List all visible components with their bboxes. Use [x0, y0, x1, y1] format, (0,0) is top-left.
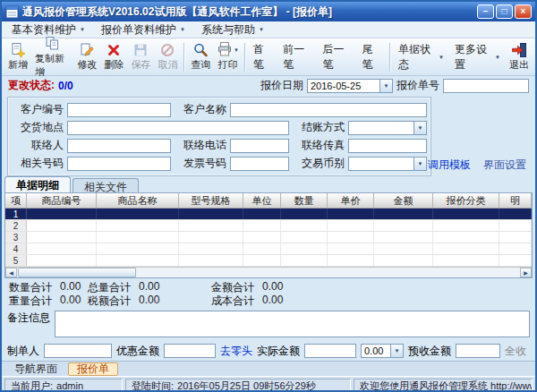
col-header-spec[interactable]: 型号规格	[179, 193, 243, 208]
row-number[interactable]: 1	[5, 209, 27, 219]
col-header-product-no[interactable]: 商品编号	[27, 193, 97, 208]
table-cell[interactable]	[328, 209, 374, 219]
table-row[interactable]: 3	[5, 232, 532, 243]
scroll-left-icon[interactable]: ◀	[5, 268, 17, 277]
table-cell[interactable]	[328, 255, 374, 266]
col-header-product-name[interactable]: 商品名称	[97, 193, 179, 208]
table-cell[interactable]	[433, 220, 499, 231]
row-number[interactable]: 2	[5, 220, 27, 231]
table-cell[interactable]	[179, 220, 243, 231]
table-cell[interactable]	[433, 209, 499, 219]
next-record-button[interactable]: 后一笔	[317, 40, 356, 74]
quote-date-input[interactable]	[307, 79, 379, 93]
chevron-down-icon[interactable]: ▼	[413, 121, 427, 135]
table-row[interactable]: 1	[5, 209, 532, 220]
table-cell[interactable]	[97, 209, 179, 219]
received-amount-input[interactable]	[456, 344, 500, 358]
more-settings-button[interactable]: 更多设置 ▼	[449, 40, 506, 74]
chevron-down-icon[interactable]: ▼	[413, 157, 427, 171]
table-cell[interactable]	[243, 209, 281, 219]
table-cell[interactable]	[243, 243, 281, 254]
table-cell[interactable]	[179, 209, 243, 219]
table-cell[interactable]	[374, 243, 433, 254]
close-button[interactable]: ×	[515, 4, 532, 19]
actual-combo-input[interactable]	[361, 344, 390, 358]
tab-files[interactable]: 相关文件	[72, 178, 139, 192]
settle-method-select[interactable]: ▼	[348, 121, 427, 135]
phone-input[interactable]	[230, 139, 289, 153]
receive-all-link[interactable]: 全收	[505, 344, 526, 359]
quote-no-input[interactable]	[443, 79, 529, 93]
table-cell[interactable]	[27, 255, 97, 266]
table-cell[interactable]	[27, 220, 97, 231]
currency-input[interactable]	[348, 157, 413, 171]
settle-method-input[interactable]	[348, 121, 413, 135]
ui-settings-link[interactable]: 界面设置	[483, 158, 526, 173]
col-header-detail[interactable]: 明	[499, 193, 532, 208]
scrollbar-thumb[interactable]	[18, 268, 136, 277]
modify-button[interactable]: 修改	[73, 40, 100, 74]
chevron-down-icon[interactable]: ▼	[234, 47, 239, 53]
tab-detail[interactable]: 单据明细	[4, 176, 71, 192]
maker-input[interactable]	[44, 344, 112, 358]
contact-input[interactable]	[67, 139, 171, 153]
table-cell[interactable]	[179, 232, 243, 243]
table-cell[interactable]	[499, 243, 532, 254]
delete-button[interactable]: 删除	[100, 40, 127, 74]
table-cell[interactable]	[27, 232, 97, 243]
prev-record-button[interactable]: 前一笔	[277, 40, 317, 74]
exit-button[interactable]: 退出	[506, 40, 533, 74]
minimize-button[interactable]: –	[477, 4, 494, 19]
table-cell[interactable]	[243, 255, 281, 266]
copy-new-button[interactable]: 复制新增	[31, 40, 73, 74]
table-cell[interactable]	[97, 243, 179, 254]
col-header-amount[interactable]: 金额	[374, 193, 433, 208]
customer-name-input[interactable]	[230, 103, 427, 117]
discount-input[interactable]	[164, 344, 216, 358]
table-cell[interactable]	[243, 220, 281, 231]
tab-quotation[interactable]: 报价单	[68, 362, 118, 376]
load-template-link[interactable]: 调用模板	[428, 158, 471, 173]
table-cell[interactable]	[27, 209, 97, 219]
row-number[interactable]: 5	[5, 255, 27, 266]
table-cell[interactable]	[97, 255, 179, 266]
actual-amount-select[interactable]: ▼	[361, 344, 404, 358]
round-off-link[interactable]: 去零头	[220, 344, 252, 359]
col-header-index[interactable]: 项	[5, 193, 27, 208]
table-cell[interactable]	[179, 243, 243, 254]
print-button[interactable]: ▼ 打印	[214, 40, 241, 74]
table-cell[interactable]	[328, 220, 374, 231]
horizontal-scrollbar[interactable]: ◀ ▶	[5, 267, 532, 277]
menu-system-help[interactable]: 系统与帮助 ▼	[193, 21, 272, 38]
currency-select[interactable]: ▼	[348, 157, 427, 171]
customer-no-input[interactable]	[67, 103, 171, 117]
doc-status-button[interactable]: 单据状态 ▼	[393, 40, 449, 74]
tab-navigation[interactable]: 导航界面	[6, 362, 65, 376]
table-cell[interactable]	[374, 209, 433, 219]
table-cell[interactable]	[179, 255, 243, 266]
table-cell[interactable]	[281, 243, 328, 254]
table-cell[interactable]	[97, 232, 179, 243]
table-cell[interactable]	[243, 232, 281, 243]
row-number[interactable]: 3	[5, 232, 27, 243]
row-number[interactable]: 4	[5, 243, 27, 254]
fax-input[interactable]	[348, 139, 427, 153]
table-cell[interactable]	[433, 255, 499, 266]
menu-quote-data[interactable]: 报价单资料维护 ▼	[93, 21, 193, 38]
table-row[interactable]: 5	[5, 255, 532, 267]
table-cell[interactable]	[374, 220, 433, 231]
maximize-button[interactable]: □	[496, 4, 513, 19]
quote-date-picker[interactable]: ▼	[307, 79, 393, 93]
related-no-input[interactable]	[67, 157, 171, 171]
query-button[interactable]: 查询	[187, 40, 214, 74]
col-header-unit[interactable]: 单位	[243, 193, 281, 208]
table-cell[interactable]	[433, 243, 499, 254]
table-cell[interactable]	[499, 232, 532, 243]
table-cell[interactable]	[97, 220, 179, 231]
new-button[interactable]: 新增	[4, 40, 31, 74]
table-cell[interactable]	[433, 232, 499, 243]
chevron-down-icon[interactable]: ▼	[379, 79, 393, 93]
table-cell[interactable]	[374, 232, 433, 243]
col-header-qty[interactable]: 数量	[281, 193, 328, 208]
table-cell[interactable]	[281, 255, 328, 266]
